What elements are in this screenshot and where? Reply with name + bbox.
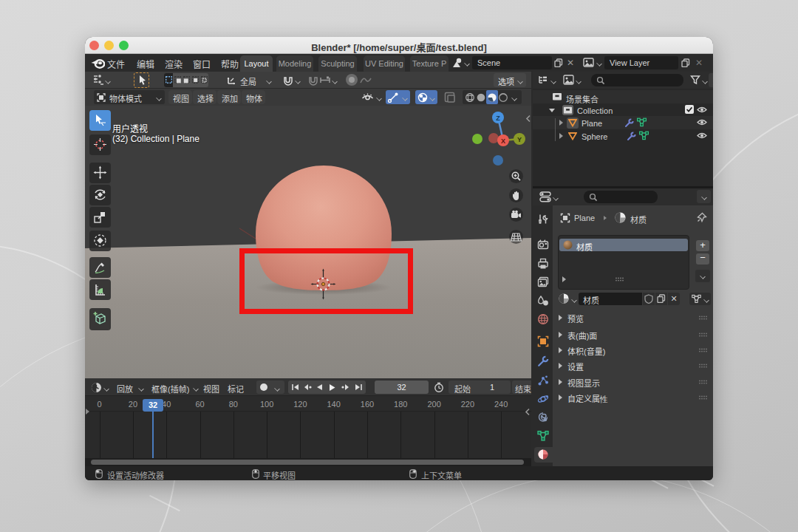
svg-text:Z: Z — [496, 115, 500, 122]
svg-text:Y: Y — [517, 136, 522, 143]
svg-text:X: X — [501, 137, 505, 145]
